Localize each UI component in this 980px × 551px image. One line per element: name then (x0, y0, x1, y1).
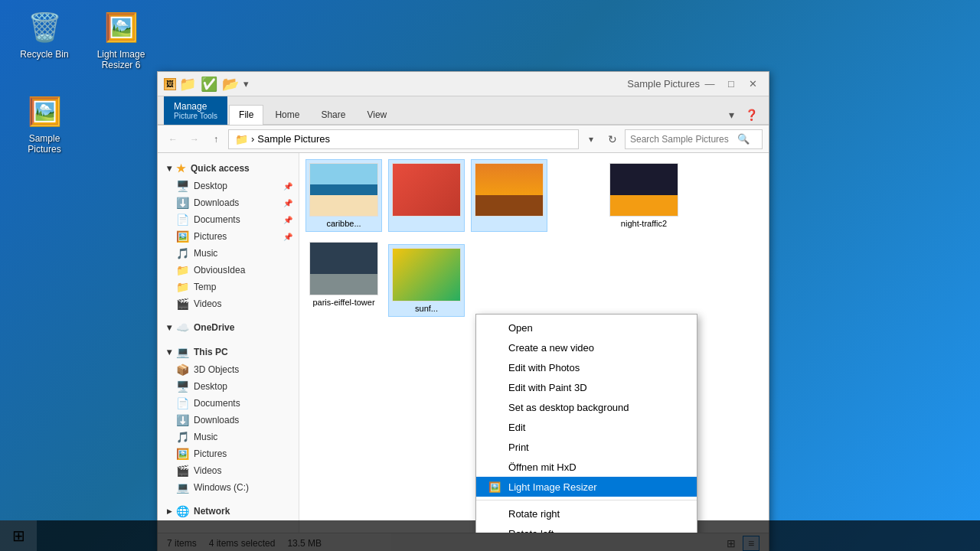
sidebar-pc-downloads-label: Downloads (194, 415, 239, 425)
context-menu: Open Create a new video Edit with Photos… (475, 314, 697, 533)
tab-manage[interactable]: Manage Picture Tools (164, 96, 227, 125)
window-title: Sample Pictures (627, 78, 700, 90)
ctx-light-image-resizer[interactable]: 🖼️ Light Image Resizer (476, 477, 697, 497)
onedrive-label: OneDrive (194, 322, 234, 333)
back-button[interactable]: ← (164, 130, 182, 148)
tab-share[interactable]: Share (311, 105, 355, 124)
sidebar-item-pc-music[interactable]: 🎵 Music (158, 429, 299, 445)
ctx-open-hxd[interactable]: Öffnen mit HxD (476, 457, 697, 477)
quick-access-label: Quick access (191, 163, 250, 174)
title-bar-controls: — □ ✕ (700, 77, 763, 92)
title-bar-left: 🖼 📁 ✅ 📂 ▾ Sample Pictures (164, 76, 700, 93)
obviousidea-sidebar-icon: 📁 (176, 264, 189, 276)
tab-file[interactable]: File (229, 105, 263, 125)
tab-home[interactable]: Home (265, 105, 309, 124)
sidebar-item-pictures[interactable]: 🖼️ Pictures 📌 (158, 228, 299, 245)
ctx-set-desktop-bg[interactable]: Set as desktop background (476, 397, 697, 417)
ctx-rotate-right-icon (488, 507, 501, 520)
path-folder-icon: 📁 (235, 133, 248, 145)
ctx-paint3d-label: Edit with Paint 3D (508, 382, 587, 393)
sidebar-item-music[interactable]: 🎵 Music (158, 245, 299, 262)
search-icon[interactable]: 🔍 (737, 133, 750, 145)
desktop-icon-light-image-resizer[interactable]: 🖼️ Light Image Resizer 6 (90, 6, 152, 73)
qat-icon2[interactable]: ✅ (201, 76, 217, 93)
ctx-rotate-right[interactable]: Rotate right (476, 504, 697, 523)
sidebar-item-videos[interactable]: 🎬 Videos (158, 295, 299, 312)
file-item-caribbean[interactable]: caribbe... (305, 159, 382, 232)
sidebar-item-windows-c[interactable]: 💻 Windows (C:) (158, 479, 299, 496)
ctx-print-icon (488, 441, 501, 453)
sidebar-separator-2 (158, 337, 299, 343)
ctx-edit-with-photos[interactable]: Edit with Photos (476, 357, 697, 377)
sidebar-item-pc-downloads[interactable]: ⬇️ Downloads (158, 412, 299, 429)
sidebar-item-pc-desktop[interactable]: 🖥️ Desktop (158, 378, 299, 395)
ribbon: Manage Picture Tools File Home Share Vie… (158, 96, 769, 126)
ribbon-tabs: Manage Picture Tools File Home Share Vie… (158, 96, 769, 125)
refresh-button[interactable]: ↻ (603, 130, 622, 148)
sidebar-item-documents[interactable]: 📄 Documents 📌 (158, 211, 299, 228)
desktop-icon-sample-pictures[interactable]: 🖼️ Sample Pictures (14, 90, 75, 158)
onedrive-arrow: ▾ (167, 322, 172, 333)
sidebar-onedrive-header[interactable]: ▾ ☁️ OneDrive (158, 318, 299, 337)
sidebar-network-header[interactable]: ▸ 🌐 Network (158, 502, 299, 520)
thispc-label: This PC (194, 347, 228, 357)
ribbon-collapse-btn[interactable]: ▾ (724, 106, 739, 124)
start-button[interactable]: ⊞ (0, 520, 37, 551)
file-item-desert[interactable] (471, 159, 547, 232)
ctx-edit[interactable]: Edit (476, 417, 697, 437)
file-item-sunflower[interactable]: sunf... (388, 244, 465, 317)
ctx-edit-paint3d[interactable]: Edit with Paint 3D (476, 377, 697, 397)
sidebar-music-label: Music (194, 248, 217, 259)
sidebar-separator-3 (158, 496, 299, 502)
forward-button[interactable]: → (185, 130, 204, 148)
ctx-rotate-left[interactable]: Rotate left (476, 523, 697, 533)
ctx-rotate-left-icon (488, 527, 501, 533)
sidebar-item-3d-objects[interactable]: 📦 3D Objects (158, 361, 299, 378)
sidebar-thispc-header[interactable]: ▾ 💻 This PC (158, 343, 299, 361)
desktop-icon-recycle-bin[interactable]: 🗑️ Recycle Bin (14, 6, 75, 63)
sidebar-item-pc-pictures[interactable]: 🖼️ Pictures (158, 445, 299, 462)
qat-icon3[interactable]: 📂 (222, 76, 239, 93)
file-thumb-night-traffic (609, 163, 678, 217)
pc-videos-icon: 🎬 (176, 465, 189, 477)
file-name-sunflower: sunf... (415, 304, 438, 313)
sidebar-item-obviousidea[interactable]: 📁 ObviousIdea (158, 262, 299, 279)
ctx-print[interactable]: Print (476, 437, 697, 457)
help-btn[interactable]: ❓ (740, 106, 763, 124)
sidebar-temp-label: Temp (194, 282, 216, 292)
maximize-button[interactable]: □ (721, 77, 741, 92)
file-name-night-traffic: night-traffic2 (621, 219, 667, 228)
qat-dropdown[interactable]: ▾ (243, 78, 249, 90)
tab-view[interactable]: View (357, 105, 397, 124)
ctx-create-video-icon (488, 341, 501, 354)
sidebar-item-pc-videos[interactable]: 🎬 Videos (158, 462, 299, 479)
file-item-paris-eiffel[interactable]: paris-eiffel-tower (305, 238, 382, 317)
window-icon: 🖼 (164, 78, 176, 90)
ctx-open[interactable]: Open (476, 318, 697, 337)
qat-icon1[interactable]: 📁 (179, 76, 196, 93)
ctx-create-new-video[interactable]: Create a new video (476, 337, 697, 357)
close-button[interactable]: ✕ (743, 77, 763, 92)
sidebar-item-downloads[interactable]: ⬇️ Downloads 📌 (158, 194, 299, 211)
file-thumb-chrysanthemum (392, 163, 461, 217)
up-button[interactable]: ↑ (207, 130, 225, 148)
sidebar-item-temp[interactable]: 📁 Temp (158, 279, 299, 295)
minimize-button[interactable]: — (700, 77, 720, 92)
sidebar-item-pc-documents[interactable]: 📄 Documents (158, 395, 299, 412)
dropdown-btn[interactable]: ▾ (582, 130, 600, 148)
file-item-chrysanthemum[interactable] (388, 159, 465, 232)
ctx-open-icon (488, 321, 501, 334)
desktop-sidebar-icon: 🖥️ (176, 180, 189, 192)
sidebar-quick-access-header[interactable]: ▾ ★ Quick access (158, 159, 299, 178)
file-item-night-traffic[interactable]: night-traffic2 (606, 159, 682, 232)
recycle-bin-label: Recycle Bin (20, 49, 68, 60)
address-path[interactable]: 📁 › Sample Pictures (228, 129, 579, 149)
file-name-eiffel: paris-eiffel-tower (312, 298, 374, 307)
ctx-lir-label: Light Image Resizer (508, 481, 597, 493)
search-input[interactable] (630, 134, 737, 145)
sidebar-item-desktop[interactable]: 🖥️ Desktop 📌 (158, 178, 299, 194)
pictures-pin-icon: 📌 (283, 233, 292, 241)
windows-c-icon: 💻 (176, 481, 189, 494)
address-bar: ← → ↑ 📁 › Sample Pictures ▾ ↻ 🔍 (158, 126, 769, 153)
ctx-rotate-left-label: Rotate left (508, 528, 554, 533)
